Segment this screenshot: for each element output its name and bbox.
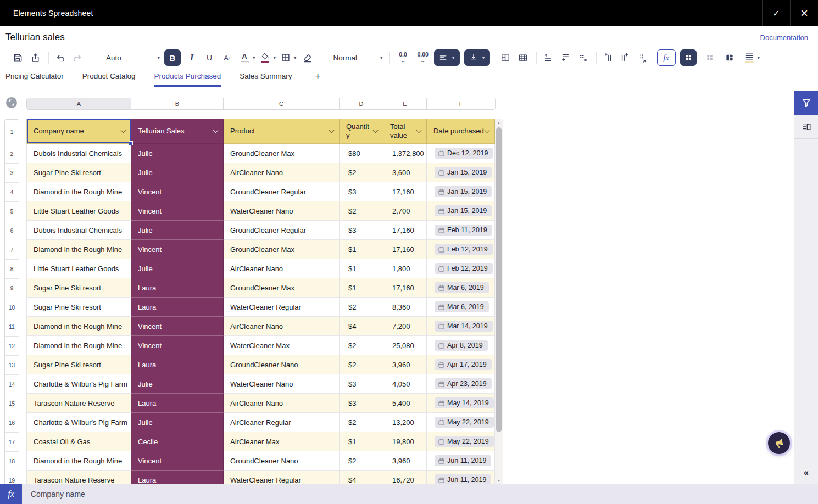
cell-total[interactable]: 17,160 bbox=[383, 182, 427, 201]
cell-date[interactable]: Jan 15, 2019 bbox=[427, 163, 495, 182]
cell-total[interactable]: 19,800 bbox=[383, 432, 427, 451]
cell-quantity[interactable]: $1 bbox=[340, 432, 383, 451]
column-letter-e[interactable]: E bbox=[383, 98, 427, 109]
cell-product[interactable]: WaterCleaner Regular bbox=[224, 298, 340, 317]
row-number-7[interactable]: 7 bbox=[5, 240, 19, 260]
header-cell-company[interactable]: Company name bbox=[27, 119, 131, 144]
cell-date[interactable]: Mar 14, 2019 bbox=[427, 317, 495, 336]
row-number-18[interactable]: 18 bbox=[5, 452, 19, 471]
tab-product-catalog[interactable]: Product Catalog bbox=[82, 67, 136, 87]
cell-total[interactable]: 17,160 bbox=[383, 240, 427, 259]
cell-quantity[interactable]: $3 bbox=[340, 221, 383, 240]
cell-product[interactable]: WaterCleaner Nano bbox=[224, 374, 340, 394]
cell-company[interactable]: Coastal Oil & Gas bbox=[27, 432, 131, 451]
date-pill[interactable]: Apr 23, 2019 bbox=[435, 378, 492, 389]
row-number-6[interactable]: 6 bbox=[5, 221, 19, 240]
cell-sales[interactable]: Laura bbox=[131, 278, 224, 298]
cell-date[interactable]: Dec 12, 2019 bbox=[427, 144, 495, 163]
cell-total[interactable]: 13,200 bbox=[383, 413, 427, 432]
export-button[interactable] bbox=[29, 50, 42, 65]
underline-button[interactable]: U bbox=[203, 50, 216, 65]
header-cell-total[interactable]: Total value bbox=[383, 119, 427, 144]
column-letter-f[interactable]: F bbox=[427, 98, 495, 109]
row-number-19[interactable]: 19 bbox=[5, 471, 19, 484]
date-pill[interactable]: Mar 6, 2019 bbox=[435, 301, 489, 312]
redo-button[interactable] bbox=[71, 50, 84, 65]
delete-column-button[interactable] bbox=[636, 50, 649, 65]
cell-product[interactable]: AirCleaner Nano bbox=[224, 394, 340, 413]
cell-sales[interactable]: Vincent bbox=[131, 182, 224, 201]
date-pill[interactable]: Mar 6, 2019 bbox=[435, 282, 489, 293]
insert-row-above-button[interactable] bbox=[541, 50, 554, 65]
cell-product[interactable]: AirCleaner Nano bbox=[224, 317, 340, 336]
column-letter-d[interactable]: D bbox=[340, 98, 383, 109]
confirm-button[interactable]: ✓ bbox=[762, 0, 790, 26]
clear-cell-button[interactable] bbox=[301, 50, 314, 65]
cell-company[interactable]: Sugar Pine Ski resort bbox=[27, 355, 131, 374]
row-banding-dropdown-icon[interactable]: ▾ bbox=[758, 55, 760, 60]
cell-quantity[interactable]: $4 bbox=[340, 471, 383, 484]
cell-company[interactable]: Dubois Industrial Chemicals bbox=[27, 144, 131, 163]
date-pill[interactable]: May 22, 2019 bbox=[435, 417, 494, 428]
cell-sales[interactable]: Julie bbox=[131, 259, 224, 278]
collapse-rail-button[interactable]: « bbox=[794, 468, 818, 478]
cell-quantity[interactable]: $2 bbox=[340, 163, 383, 182]
row-number-8[interactable]: 8 bbox=[5, 260, 19, 279]
vertical-align-button[interactable]: ▾ bbox=[464, 49, 490, 66]
merge-cells-button[interactable] bbox=[499, 50, 512, 65]
cell-quantity[interactable]: $2 bbox=[340, 413, 383, 432]
cell-company[interactable]: Sugar Pine Ski resort bbox=[27, 163, 131, 182]
cell-total[interactable]: 1,372,800 bbox=[383, 144, 427, 163]
filter-button[interactable] bbox=[794, 91, 818, 115]
cell-quantity[interactable]: $2 bbox=[340, 451, 383, 471]
row-number-11[interactable]: 11 bbox=[5, 317, 19, 337]
cell-product[interactable]: GroundCleaner Nano bbox=[224, 355, 340, 374]
cell-product[interactable]: WaterCleaner Regular bbox=[224, 471, 340, 484]
cell-date[interactable]: Mar 6, 2019 bbox=[427, 298, 495, 317]
cell-total[interactable]: 25,080 bbox=[383, 336, 427, 355]
cell-sales[interactable]: Vincent bbox=[131, 240, 224, 259]
row-number-2[interactable]: 2 bbox=[5, 144, 19, 164]
cell-quantity[interactable]: $3 bbox=[340, 394, 383, 413]
cell-quantity[interactable]: $3 bbox=[340, 182, 383, 201]
selection-fill-handle[interactable] bbox=[129, 141, 133, 145]
cell-product[interactable]: AirCleaner Nano bbox=[224, 163, 340, 182]
row-number-16[interactable]: 16 bbox=[5, 413, 19, 433]
borders-button[interactable] bbox=[279, 50, 292, 65]
row-number-4[interactable]: 4 bbox=[5, 183, 19, 202]
row-number-10[interactable]: 10 bbox=[5, 298, 19, 317]
row-number-17[interactable]: 17 bbox=[5, 433, 19, 452]
date-pill[interactable]: Feb 12, 2019 bbox=[435, 263, 493, 274]
formula-bar-value[interactable]: Company name bbox=[31, 490, 85, 499]
row-number-1[interactable]: 1 bbox=[5, 120, 19, 144]
cell-sales[interactable]: Vincent bbox=[131, 336, 224, 355]
table-view-button[interactable] bbox=[680, 49, 697, 66]
cell-date[interactable]: Apr 8, 2019 bbox=[427, 336, 495, 355]
tab-sales-summary[interactable]: Sales Summary bbox=[240, 67, 292, 87]
vertical-scrollbar[interactable]: ▲ ▼ bbox=[495, 119, 503, 484]
row-number-15[interactable]: 15 bbox=[5, 394, 19, 413]
tab-pricing-calculator[interactable]: Pricing Calculator bbox=[5, 67, 64, 87]
font-selector[interactable]: Auto▾ bbox=[106, 54, 160, 62]
cell-quantity[interactable]: $4 bbox=[340, 317, 383, 336]
fill-color-button[interactable] bbox=[259, 50, 272, 65]
italic-button[interactable]: I bbox=[185, 50, 198, 65]
cell-date[interactable]: Mar 6, 2019 bbox=[427, 278, 495, 298]
cell-quantity[interactable]: $1 bbox=[340, 259, 383, 278]
cell-date[interactable]: May 14, 2019 bbox=[427, 394, 495, 413]
cell-quantity[interactable]: $2 bbox=[340, 201, 383, 221]
row-number-3[interactable]: 3 bbox=[5, 164, 19, 183]
unmerge-cells-button[interactable] bbox=[516, 50, 530, 65]
cell-date[interactable]: Jun 11, 2019 bbox=[427, 451, 495, 471]
add-sheet-button[interactable]: + bbox=[310, 67, 325, 87]
cell-sales[interactable]: Julie bbox=[131, 374, 224, 394]
cell-product[interactable]: WaterCleaner Nano bbox=[224, 201, 340, 221]
date-pill[interactable]: Dec 12, 2019 bbox=[435, 148, 493, 159]
cell-total[interactable]: 17,160 bbox=[383, 278, 427, 298]
cell-total[interactable]: 3,600 bbox=[383, 163, 427, 182]
cell-company[interactable]: Little Stuart Leather Goods bbox=[27, 259, 131, 278]
cell-total[interactable]: 5,400 bbox=[383, 394, 427, 413]
row-number-9[interactable]: 9 bbox=[5, 279, 19, 298]
text-color-dropdown-icon[interactable]: ▾ bbox=[253, 55, 255, 60]
cell-total[interactable]: 16,720 bbox=[383, 471, 427, 484]
